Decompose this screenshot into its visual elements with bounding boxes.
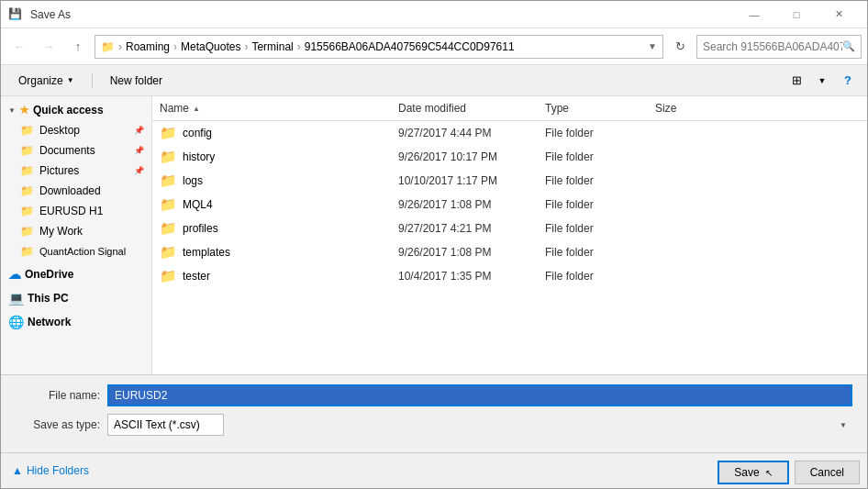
thispc-item[interactable]: 💻 This PC — [1, 287, 151, 309]
sidebar-item-eurusd-label: EURUSD H1 — [39, 205, 103, 217]
breadcrumb-dropdown-icon: ▼ — [648, 41, 657, 51]
quick-access-star-icon: ★ — [19, 104, 29, 117]
file-name-cell: 📁 logs — [152, 171, 391, 191]
view-arrow-button[interactable]: ▼ — [810, 69, 834, 93]
breadcrumb-roaming: Roaming — [126, 40, 170, 53]
save-cursor-icon: ↖ — [765, 468, 773, 478]
sidebar-item-desktop[interactable]: 📁 Desktop 📌 — [1, 120, 151, 140]
forward-button[interactable]: → — [36, 35, 61, 59]
file-row[interactable]: 📁 config 9/27/2017 4:44 PM File folder — [152, 121, 867, 145]
file-row[interactable]: 📁 tester 10/4/2017 1:35 PM File folder — [152, 264, 867, 288]
refresh-button[interactable]: ↻ — [667, 35, 693, 59]
pictures-folder-icon: 📁 — [19, 163, 34, 178]
col-header-size[interactable]: Size — [648, 100, 721, 117]
sidebar-item-documents-label: Documents — [39, 144, 95, 157]
file-date-cell: 9/27/2017 4:21 PM — [391, 220, 538, 237]
cancel-button[interactable]: Cancel — [795, 461, 860, 484]
savetype-select[interactable]: ASCII Text (*.csv) — [107, 414, 224, 436]
savetype-row: Save as type: ASCII Text (*.csv) — [16, 414, 852, 436]
sidebar-item-documents[interactable]: 📁 Documents 📌 — [1, 140, 151, 161]
sidebar-item-mywork[interactable]: 📁 My Work — [1, 221, 151, 241]
window-icon: 💾 — [8, 7, 23, 22]
network-item[interactable]: 🌐 Network — [1, 311, 151, 333]
new-folder-button[interactable]: New folder — [100, 69, 172, 93]
file-name-cell: 📁 config — [152, 123, 391, 143]
file-size-cell — [648, 179, 721, 183]
onedrive-item[interactable]: ☁ OneDrive — [1, 263, 151, 285]
thispc-section: 💻 This PC — [1, 287, 151, 309]
pin-icon-documents: 📌 — [134, 146, 144, 155]
close-button[interactable]: ✕ — [818, 1, 860, 28]
bottom-section: File name: Save as type: ASCII Text (*.c… — [1, 374, 867, 452]
file-size-cell — [648, 203, 721, 206]
file-row[interactable]: 📁 MQL4 9/26/2017 1:08 PM File folder — [152, 193, 867, 217]
col-header-date[interactable]: Date modified — [391, 100, 538, 117]
sidebar-item-pictures[interactable]: 📁 Pictures 📌 — [1, 161, 151, 181]
maximize-button[interactable]: □ — [775, 1, 818, 28]
network-label: Network — [28, 316, 71, 328]
save-button[interactable]: Save ↖ — [718, 461, 788, 484]
file-row[interactable]: 📁 profiles 9/27/2017 4:21 PM File folder — [152, 217, 867, 240]
folder-name: logs — [183, 174, 203, 187]
minimize-button[interactable]: — — [733, 1, 775, 28]
quick-access-header[interactable]: ▼ ★ Quick access — [1, 100, 151, 120]
sidebar-item-downloaded[interactable]: 📁 Downloaded — [1, 181, 151, 201]
desktop-folder-icon: 📁 — [19, 123, 34, 138]
file-size-cell — [648, 250, 721, 254]
sidebar-item-eurusd[interactable]: 📁 EURUSD H1 — [1, 201, 151, 221]
toolbar: Organize ▼ New folder ⊞ ▼ ? — [1, 65, 867, 96]
filename-input[interactable] — [107, 384, 852, 406]
file-row[interactable]: 📁 history 9/26/2017 10:17 PM File folder — [152, 145, 867, 169]
file-date-cell: 10/4/2017 1:35 PM — [391, 268, 538, 284]
hide-folders-chevron: ▲ — [12, 464, 23, 477]
file-date-cell: 9/26/2017 10:17 PM — [391, 149, 538, 165]
title-bar: 💾 Save As — □ ✕ — [1, 1, 867, 28]
breadcrumb-terminal: Terminal — [251, 40, 293, 53]
onedrive-section: ☁ OneDrive — [1, 263, 151, 285]
file-type-cell: File folder — [538, 125, 648, 141]
breadcrumb-bar[interactable]: 📁 › Roaming › MetaQuotes › Terminal › 91… — [95, 35, 663, 59]
organize-button[interactable]: Organize ▼ — [8, 69, 84, 93]
organize-arrow-icon: ▼ — [67, 76, 74, 84]
onedrive-icon: ☁ — [8, 267, 21, 282]
documents-folder-icon: 📁 — [19, 143, 34, 158]
col-header-type[interactable]: Type — [538, 100, 648, 117]
sidebar-item-downloaded-label: Downloaded — [39, 184, 101, 197]
sidebar: ▼ ★ Quick access 📁 Desktop 📌 📁 Documents… — [1, 96, 152, 374]
file-row[interactable]: 📁 logs 10/10/2017 1:17 PM File folder — [152, 169, 867, 193]
file-name-cell: 📁 tester — [152, 266, 391, 286]
network-icon: 🌐 — [8, 315, 24, 329]
onedrive-label: OneDrive — [25, 268, 73, 281]
up-button[interactable]: ↑ — [65, 35, 91, 59]
back-button[interactable]: ← — [6, 35, 32, 59]
folder-icon: 📁 — [160, 268, 177, 284]
pin-icon-desktop: 📌 — [134, 126, 144, 135]
pin-icon-pictures: 📌 — [134, 166, 144, 175]
hide-folders-button[interactable]: ▲ Hide Folders — [8, 462, 93, 479]
quick-access-label: Quick access — [33, 104, 104, 117]
downloaded-folder-icon: 📁 — [19, 183, 34, 198]
file-size-cell — [648, 131, 721, 135]
file-date-cell: 9/27/2017 4:44 PM — [391, 125, 538, 141]
savetype-label: Save as type: — [16, 418, 107, 431]
sidebar-item-pictures-label: Pictures — [39, 164, 79, 177]
file-list: Name ▲ Date modified Type Size 📁 config … — [152, 96, 867, 374]
search-input[interactable] — [703, 40, 842, 53]
view-button[interactable]: ⊞ — [785, 69, 808, 93]
sort-icon: ▲ — [193, 105, 200, 113]
col-header-name[interactable]: Name ▲ — [152, 100, 391, 117]
search-box[interactable]: 🔍 — [696, 35, 862, 59]
eurusd-folder-icon: 📁 — [19, 204, 34, 218]
bottom-bar: ▲ Hide Folders Save ↖ Cancel — [1, 452, 867, 488]
help-button[interactable]: ? — [836, 69, 860, 93]
file-row[interactable]: 📁 templates 9/26/2017 1:08 PM File folde… — [152, 240, 867, 264]
folder-name: MQL4 — [183, 198, 213, 211]
savetype-wrapper: ASCII Text (*.csv) — [107, 414, 852, 436]
network-section: 🌐 Network — [1, 311, 151, 333]
title-controls: — □ ✕ — [733, 1, 860, 28]
file-type-cell: File folder — [538, 172, 648, 189]
file-type-cell: File folder — [538, 268, 648, 284]
sidebar-item-quantaction[interactable]: 📁 QuantAction Signal — [1, 241, 151, 261]
file-type-cell: File folder — [538, 220, 648, 237]
file-type-cell: File folder — [538, 149, 648, 165]
